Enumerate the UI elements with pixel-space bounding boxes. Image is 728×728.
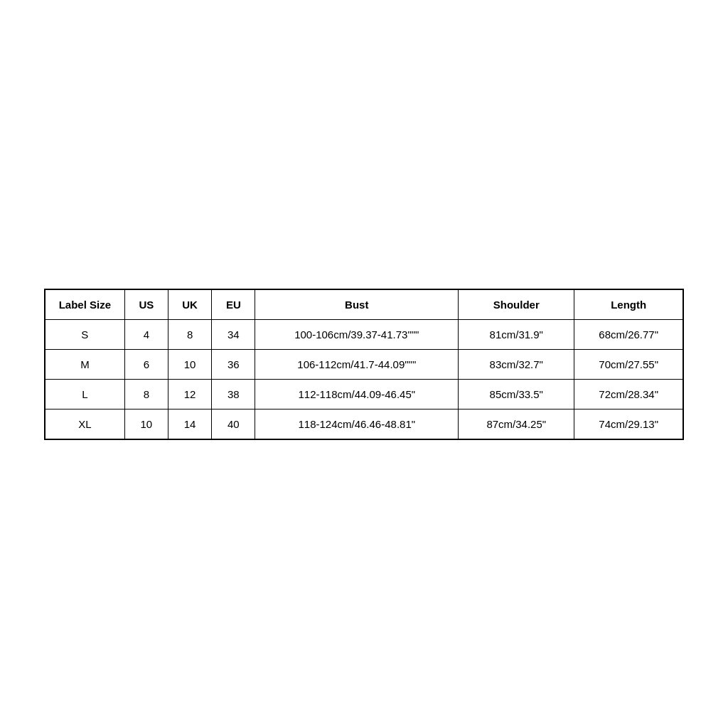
size-chart-table: Label Size US UK EU Bust Shoulder Length… (44, 289, 684, 440)
cell-label: L (45, 379, 124, 409)
header-length: Length (574, 289, 683, 320)
cell-uk: 8 (168, 319, 211, 349)
cell-bust: 106-112cm/41.7-44.09""" (255, 349, 459, 379)
cell-eu: 40 (212, 409, 255, 439)
cell-eu: 38 (212, 379, 255, 409)
cell-bust: 112-118cm/44.09-46.45" (255, 379, 459, 409)
cell-us: 8 (124, 379, 168, 409)
header-bust: Bust (255, 289, 459, 320)
cell-us: 4 (124, 319, 168, 349)
cell-us: 6 (124, 349, 168, 379)
cell-length: 68cm/26.77" (574, 319, 683, 349)
cell-eu: 36 (212, 349, 255, 379)
header-uk: UK (168, 289, 211, 320)
header-us: US (124, 289, 168, 320)
header-label-size: Label Size (45, 289, 124, 320)
cell-shoulder: 87cm/34.25" (459, 409, 574, 439)
table-row: S4834100-106cm/39.37-41.73"""81cm/31.9"6… (45, 319, 683, 349)
cell-label: XL (45, 409, 124, 439)
cell-length: 72cm/28.34" (574, 379, 683, 409)
cell-uk: 12 (168, 379, 211, 409)
table-header-row: Label Size US UK EU Bust Shoulder Length (45, 289, 683, 320)
size-chart-wrapper: Label Size US UK EU Bust Shoulder Length… (44, 289, 684, 440)
cell-bust: 118-124cm/46.46-48.81" (255, 409, 459, 439)
cell-label: S (45, 319, 124, 349)
header-eu: EU (212, 289, 255, 320)
table-row: XL101440118-124cm/46.46-48.81"87cm/34.25… (45, 409, 683, 439)
cell-shoulder: 85cm/33.5" (459, 379, 574, 409)
cell-us: 10 (124, 409, 168, 439)
cell-label: M (45, 349, 124, 379)
cell-bust: 100-106cm/39.37-41.73""" (255, 319, 459, 349)
table-row: L81238112-118cm/44.09-46.45"85cm/33.5"72… (45, 379, 683, 409)
table-row: M61036106-112cm/41.7-44.09"""83cm/32.7"7… (45, 349, 683, 379)
cell-length: 74cm/29.13" (574, 409, 683, 439)
cell-shoulder: 83cm/32.7" (459, 349, 574, 379)
cell-shoulder: 81cm/31.9" (459, 319, 574, 349)
cell-length: 70cm/27.55" (574, 349, 683, 379)
header-shoulder: Shoulder (459, 289, 574, 320)
cell-eu: 34 (212, 319, 255, 349)
cell-uk: 14 (168, 409, 211, 439)
cell-uk: 10 (168, 349, 211, 379)
